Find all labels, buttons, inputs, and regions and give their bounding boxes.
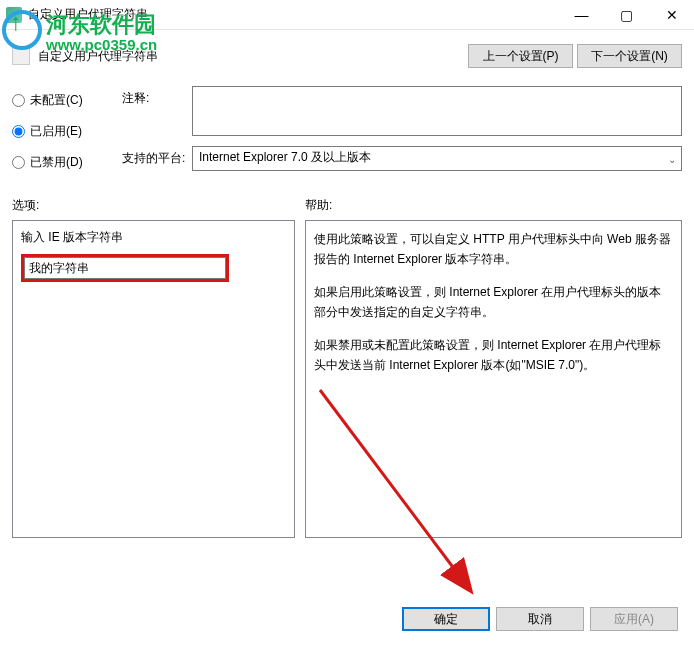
radio-disabled-input[interactable]	[12, 156, 25, 169]
ie-version-input[interactable]	[24, 257, 226, 279]
radio-not-configured-input[interactable]	[12, 94, 25, 107]
options-panel: 输入 IE 版本字符串	[12, 220, 295, 538]
section-labels: 选项: 帮助:	[0, 185, 694, 220]
ok-button[interactable]: 确定	[402, 607, 490, 631]
fields-area: 注释: 支持的平台: Internet Explorer 7.0 及以上版本 ⌄	[122, 86, 682, 185]
help-panel: 使用此策略设置，可以自定义 HTTP 用户代理标头中向 Web 服务器报告的 I…	[305, 220, 682, 538]
radio-enabled[interactable]: 已启用(E)	[12, 123, 122, 140]
panels: 输入 IE 版本字符串 使用此策略设置，可以自定义 HTTP 用户代理标头中向 …	[0, 220, 694, 538]
help-paragraph: 使用此策略设置，可以自定义 HTTP 用户代理标头中向 Web 服务器报告的 I…	[314, 229, 673, 270]
comment-row: 注释:	[122, 86, 682, 136]
options-section-label: 选项:	[12, 197, 305, 214]
apply-button[interactable]: 应用(A)	[590, 607, 678, 631]
help-paragraph: 如果禁用或未配置此策略设置，则 Internet Explorer 在用户代理标…	[314, 335, 673, 376]
header-row: 自定义用户代理字符串 上一个设置(P) 下一个设置(N)	[0, 30, 694, 78]
help-section-label: 帮助:	[305, 197, 332, 214]
radio-enabled-label: 已启用(E)	[30, 123, 82, 140]
radio-not-configured-label: 未配置(C)	[30, 92, 83, 109]
input-highlight	[21, 254, 229, 282]
window-title: 自定义用户代理字符串	[28, 6, 559, 23]
radio-not-configured[interactable]: 未配置(C)	[12, 92, 122, 109]
ie-version-label: 输入 IE 版本字符串	[21, 229, 286, 246]
comment-label: 注释:	[122, 86, 192, 107]
platform-label: 支持的平台:	[122, 146, 192, 167]
policy-title: 自定义用户代理字符串	[38, 48, 464, 65]
comment-input[interactable]	[192, 86, 682, 136]
config-area: 未配置(C) 已启用(E) 已禁用(D) 注释: 支持的平台: Internet…	[0, 86, 694, 185]
window-controls: — ▢ ✕	[559, 0, 694, 29]
next-setting-button[interactable]: 下一个设置(N)	[577, 44, 682, 68]
radio-enabled-input[interactable]	[12, 125, 25, 138]
platform-row: 支持的平台: Internet Explorer 7.0 及以上版本 ⌄	[122, 146, 682, 171]
maximize-button[interactable]: ▢	[604, 0, 649, 29]
titlebar: 自定义用户代理字符串 — ▢ ✕	[0, 0, 694, 30]
close-button[interactable]: ✕	[649, 0, 694, 29]
app-icon	[6, 7, 22, 23]
prev-setting-button[interactable]: 上一个设置(P)	[468, 44, 573, 68]
footer: 确定 取消 应用(A)	[0, 593, 694, 645]
policy-icon	[12, 47, 30, 65]
state-radio-group: 未配置(C) 已启用(E) 已禁用(D)	[12, 86, 122, 185]
platform-select[interactable]: Internet Explorer 7.0 及以上版本	[192, 146, 682, 171]
radio-disabled-label: 已禁用(D)	[30, 154, 83, 171]
cancel-button[interactable]: 取消	[496, 607, 584, 631]
radio-disabled[interactable]: 已禁用(D)	[12, 154, 122, 171]
minimize-button[interactable]: —	[559, 0, 604, 29]
help-paragraph: 如果启用此策略设置，则 Internet Explorer 在用户代理标头的版本…	[314, 282, 673, 323]
